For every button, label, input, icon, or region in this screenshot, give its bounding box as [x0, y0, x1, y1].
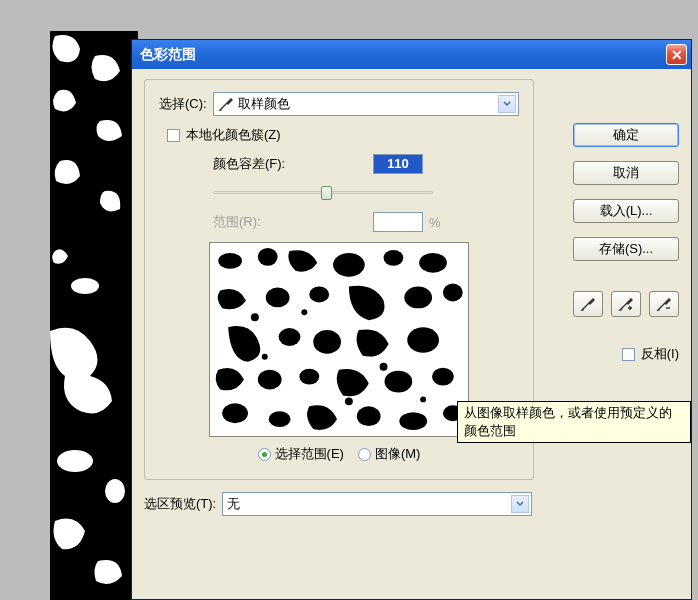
range-unit: %: [429, 215, 441, 230]
svg-point-30: [345, 397, 353, 405]
svg-point-5: [218, 253, 242, 269]
localize-label: 本地化颜色簇(Z): [186, 126, 281, 144]
dialog-title: 色彩范围: [140, 46, 196, 64]
eyedropper-icon: [580, 296, 596, 312]
svg-point-29: [262, 354, 268, 360]
svg-point-20: [432, 368, 454, 386]
eyedropper-plus-icon: [618, 296, 634, 312]
color-range-dialog: 色彩范围 ✕ 选择(C): 取样颜色 本地化颜色簇(Z) 颜色容差(F): 11…: [131, 39, 692, 600]
eyedropper-minus-icon: [656, 296, 672, 312]
fuzziness-slider[interactable]: [213, 184, 433, 202]
svg-point-10: [266, 288, 290, 308]
svg-point-14: [279, 328, 301, 346]
svg-point-21: [222, 403, 248, 423]
range-label: 范围(R):: [213, 213, 333, 231]
canvas-underlay: [50, 31, 138, 600]
chevron-down-icon: [498, 95, 516, 113]
svg-point-17: [258, 370, 282, 390]
eyedropper-button[interactable]: [573, 291, 603, 317]
radio-icon: [358, 448, 371, 461]
select-value: 取样颜色: [238, 95, 290, 113]
cancel-button[interactable]: 取消: [573, 161, 679, 185]
radio-selection[interactable]: 选择范围(E): [258, 445, 344, 463]
svg-point-6: [258, 248, 278, 266]
invert-checkbox[interactable]: [622, 348, 635, 361]
chevron-down-icon: [511, 495, 529, 513]
eyedropper-icon: [218, 96, 234, 112]
range-input: [373, 212, 423, 232]
svg-point-23: [357, 406, 381, 426]
svg-point-7: [333, 253, 365, 277]
close-button[interactable]: ✕: [666, 44, 687, 65]
svg-point-11: [309, 287, 329, 303]
load-button[interactable]: 载入(L)...: [573, 199, 679, 223]
svg-point-8: [384, 250, 404, 266]
preview-area: [209, 242, 469, 437]
eyedropper-subtract-button[interactable]: [649, 291, 679, 317]
localize-checkbox[interactable]: [167, 129, 180, 142]
save-button[interactable]: 存储(S)...: [573, 237, 679, 261]
svg-point-16: [407, 327, 439, 353]
fuzziness-input[interactable]: 110: [373, 154, 423, 174]
svg-point-19: [385, 371, 413, 393]
close-icon: ✕: [671, 47, 683, 63]
svg-point-27: [301, 309, 307, 315]
svg-point-26: [251, 313, 259, 321]
svg-point-9: [419, 253, 447, 273]
preview-label: 选区预览(T):: [144, 495, 216, 513]
select-dropdown[interactable]: 取样颜色: [213, 92, 519, 116]
tooltip: 从图像取样颜色，或者使用预定义的颜色范围: [457, 401, 691, 443]
svg-point-3: [105, 479, 125, 503]
titlebar[interactable]: 色彩范围 ✕: [132, 40, 691, 69]
svg-rect-0: [50, 31, 138, 600]
svg-point-2: [57, 450, 93, 472]
svg-point-13: [443, 284, 463, 302]
svg-point-22: [269, 411, 291, 427]
ok-button[interactable]: 确定: [573, 123, 679, 147]
radio-image[interactable]: 图像(M): [358, 445, 421, 463]
svg-point-12: [404, 287, 432, 309]
svg-point-15: [313, 330, 341, 354]
eyedropper-add-button[interactable]: [611, 291, 641, 317]
svg-point-24: [399, 412, 427, 430]
svg-point-1: [71, 278, 99, 294]
select-label: 选择(C):: [159, 95, 207, 113]
preview-dropdown[interactable]: 无: [222, 492, 532, 516]
preview-value: 无: [227, 495, 240, 513]
svg-point-18: [299, 369, 319, 385]
svg-point-31: [420, 396, 426, 402]
svg-point-28: [380, 363, 388, 371]
fuzziness-label: 颜色容差(F):: [213, 155, 333, 173]
invert-label: 反相(I): [641, 345, 679, 363]
slider-thumb[interactable]: [321, 186, 332, 200]
radio-icon: [258, 448, 271, 461]
